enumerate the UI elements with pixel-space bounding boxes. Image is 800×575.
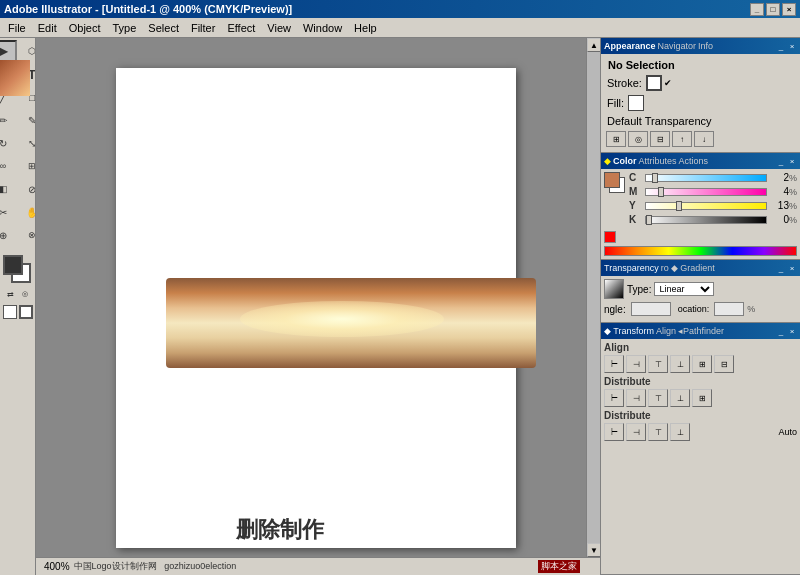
c-thumb[interactable] [652,173,658,183]
artwork-object[interactable] [166,278,536,368]
gradient-type-select[interactable]: Linear Radial [654,282,714,296]
blend-tool[interactable]: ∞ [0,155,17,177]
distrib2-btn-3[interactable]: ⊤ [648,423,668,441]
fg-color-box[interactable] [604,172,620,188]
color-panel-content: C 2 % M 4 [601,169,800,259]
ro-tab[interactable]: ro [661,263,669,273]
menu-file[interactable]: File [2,20,32,36]
location-label: ocation: [678,304,710,314]
align-top-btn[interactable]: ⊥ [670,355,690,373]
m-slider[interactable] [645,188,767,196]
panel-close-btn[interactable]: × [787,41,797,51]
scroll-down-button[interactable]: ▼ [587,543,600,557]
distrib2-btn-1[interactable]: ⊢ [604,423,624,441]
info-tab[interactable]: Info [698,41,713,51]
location-input[interactable] [714,302,744,316]
gradient-tab[interactable]: ◆ Gradient [671,263,715,273]
color-tab[interactable]: Color [613,156,637,166]
y-slider[interactable] [645,202,767,210]
attributes-tab[interactable]: Attributes [639,156,677,166]
hand-tool[interactable]: ✋ [18,201,36,223]
no-selection-label: No Selection [604,57,797,73]
trans-panel-close[interactable]: × [787,326,797,336]
align-center-h-btn[interactable]: ⊣ [626,355,646,373]
c-slider[interactable] [645,174,767,182]
app-btn-4[interactable]: ↑ [672,131,692,147]
menu-view[interactable]: View [261,20,297,36]
stroke-swatch[interactable] [646,75,662,91]
trans-panel-min[interactable]: _ [776,326,786,336]
k-thumb[interactable] [646,215,652,225]
align-center-v-btn[interactable]: ⊞ [692,355,712,373]
color-panel-close[interactable]: × [787,156,797,166]
close-button[interactable]: × [782,3,796,16]
app-btn-1[interactable]: ⊞ [606,131,626,147]
menu-help[interactable]: Help [348,20,383,36]
align-tab[interactable]: Align [656,326,676,336]
pathfinder-tab[interactable]: ◂Pathfinder [678,326,724,336]
menu-effect[interactable]: Effect [221,20,261,36]
menu-type[interactable]: Type [107,20,143,36]
align-bottom-btn[interactable]: ⊟ [714,355,734,373]
menu-edit[interactable]: Edit [32,20,63,36]
align-right-btn[interactable]: ⊤ [648,355,668,373]
pencil-tool[interactable]: ✎ [18,109,36,131]
menu-object[interactable]: Object [63,20,107,36]
y-thumb[interactable] [676,201,682,211]
zoom-tool[interactable]: ⊕ [0,224,17,246]
scroll-up-button[interactable]: ▲ [587,38,600,52]
angle-input[interactable] [631,302,671,316]
transparency-tab[interactable]: Transparency [604,263,659,273]
distrib2-btn-2[interactable]: ⊣ [626,423,646,441]
app-btn-3[interactable]: ⊟ [650,131,670,147]
y-slider-row: Y 13 % [629,200,797,211]
panel-minimize-btn[interactable]: _ [776,41,786,51]
maximize-button[interactable]: □ [766,3,780,16]
align-left-btn[interactable]: ⊢ [604,355,624,373]
paintbrush-tool[interactable]: ✏ [0,109,17,131]
distrib2-btn-4[interactable]: ⊥ [670,423,690,441]
stroke-mode-button[interactable] [19,305,33,319]
appearance-tab[interactable]: Appearance [604,41,656,51]
m-thumb[interactable] [658,187,664,197]
eyedropper-tool[interactable]: ⊘ [18,178,36,200]
transform-tab[interactable]: ◆ Transform [604,326,654,336]
scroll-track-v[interactable] [587,52,600,543]
k-slider-row: K 0 % [629,214,797,225]
navigator-tab[interactable]: Navigator [658,41,697,51]
distrib-btn-4[interactable]: ⊥ [670,389,690,407]
app-btn-2[interactable]: ◎ [628,131,648,147]
distrib-btn-5[interactable]: ⊞ [692,389,712,407]
distrib-btn-1[interactable]: ⊢ [604,389,624,407]
color-panel-min[interactable]: _ [776,156,786,166]
reset-colors-button[interactable]: ◎ [19,288,31,300]
zoom-out-tool[interactable]: ⊗ [18,224,36,246]
actions-tab[interactable]: Actions [679,156,709,166]
gradient-tool[interactable]: ◧ [0,178,17,200]
swap-colors-button[interactable]: ⇄ [5,288,17,300]
vertical-scrollbar[interactable]: ▲ ▼ [586,38,600,557]
rotate-tool[interactable]: ↻ [0,132,17,154]
auto-label: Auto [778,427,797,437]
mesh-tool[interactable]: ⊞ [18,155,36,177]
app-btn-5[interactable]: ↓ [694,131,714,147]
grad-panel-close[interactable]: × [787,263,797,273]
distrib-btn-3[interactable]: ⊤ [648,389,668,407]
fill-mode-button[interactable] [3,305,17,319]
color-spectrum[interactable] [604,246,797,256]
distrib-btn-2[interactable]: ⊣ [626,389,646,407]
foreground-color-swatch[interactable] [3,255,23,275]
k-slider[interactable] [645,216,767,224]
menu-filter[interactable]: Filter [185,20,221,36]
scale-tool[interactable]: ⤡ [18,132,36,154]
direct-select-tool[interactable]: ⬡ [18,40,36,62]
minimize-button[interactable]: _ [750,3,764,16]
gradient-preview[interactable] [604,279,624,299]
type-label: Type: [627,284,651,295]
grad-panel-min[interactable]: _ [776,263,786,273]
scissors-tool[interactable]: ✂ [0,201,17,223]
menu-window[interactable]: Window [297,20,348,36]
menu-select[interactable]: Select [142,20,185,36]
fill-swatch[interactable] [628,95,644,111]
selection-tool[interactable]: ▶ [0,40,17,62]
